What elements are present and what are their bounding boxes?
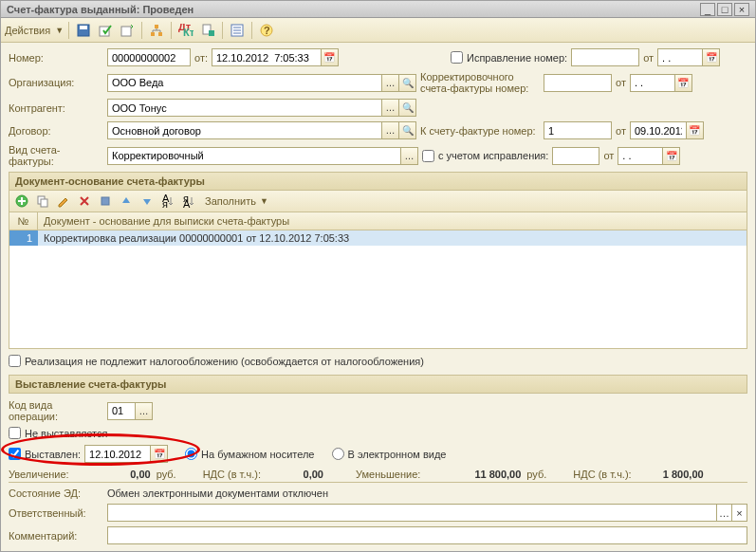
calendar-icon[interactable]: 📅: [703, 48, 720, 66]
svg-rect-5: [151, 32, 155, 36]
ed-state-text: Обмен электронными документами отключен: [107, 488, 328, 499]
dtkt-icon[interactable]: ДтКт: [176, 21, 195, 40]
to-sf-num-input[interactable]: [544, 121, 612, 139]
contractor-label: Контрагент:: [9, 102, 103, 114]
issued-date-input[interactable]: [84, 445, 151, 463]
ellipsis-icon[interactable]: …: [401, 147, 418, 165]
ed-state-label: Состояние ЭД:: [9, 488, 103, 499]
contract-input[interactable]: [107, 121, 382, 139]
search-icon[interactable]: 🔍: [399, 99, 416, 117]
window-title: Счет-фактура выданный: Проведен: [7, 4, 194, 15]
list-icon[interactable]: [228, 21, 247, 40]
svg-rect-4: [155, 25, 158, 28]
svg-rect-1: [80, 26, 87, 29]
svg-rect-3: [121, 27, 131, 36]
to-sf-date-input[interactable]: [630, 121, 687, 139]
section-basis-header: Документ-основание счета-фактуры: [9, 172, 747, 191]
corr-sf-date-input[interactable]: [630, 74, 675, 92]
ellipsis-icon[interactable]: …: [382, 121, 399, 139]
svg-rect-10: [209, 30, 214, 36]
op-code-label: Код вида операции:: [9, 399, 103, 422]
not-issued-checkbox[interactable]: [9, 427, 21, 439]
comment-input[interactable]: [107, 526, 747, 544]
titlebar: Счет-фактура выданный: Проведен _ □ ×: [1, 1, 755, 18]
col-doc[interactable]: Документ - основание для выписки счета-ф…: [38, 212, 747, 230]
org-label: Организация:: [9, 77, 103, 88]
structure-icon[interactable]: [147, 21, 166, 40]
ellipsis-icon[interactable]: …: [382, 99, 399, 117]
ellipsis-icon[interactable]: …: [136, 402, 153, 420]
from-label: от:: [194, 52, 208, 64]
responsible-input[interactable]: …×: [107, 504, 747, 522]
calendar-icon[interactable]: 📅: [322, 48, 339, 66]
calendar-icon[interactable]: 📅: [675, 74, 692, 92]
responsible-label: Ответственный:: [9, 507, 103, 519]
col-num[interactable]: №: [9, 212, 38, 230]
up-icon[interactable]: [118, 193, 135, 210]
basis-table: № Документ - основание для выписки счета…: [9, 212, 747, 349]
add-icon[interactable]: [13, 193, 30, 210]
date-input[interactable]: [212, 48, 322, 66]
calendar-icon[interactable]: 📅: [663, 147, 680, 165]
edit-icon[interactable]: [55, 193, 72, 210]
calendar-icon[interactable]: 📅: [687, 121, 704, 139]
repost-icon[interactable]: [118, 21, 137, 40]
down-icon[interactable]: [138, 193, 156, 210]
delete-icon[interactable]: [76, 193, 93, 210]
sf-type-input[interactable]: [107, 147, 401, 165]
table-row[interactable]: 1 Корректировка реализации 00000000001 о…: [9, 230, 747, 246]
table-toolbar: Aя яA Заполнить▼: [9, 191, 747, 212]
number-label: Номер:: [9, 52, 103, 64]
org-input[interactable]: [107, 74, 382, 92]
post-icon[interactable]: [96, 21, 115, 40]
number-input[interactable]: [107, 48, 191, 66]
comment-label: Комментарий:: [9, 530, 103, 542]
fill-menu[interactable]: Заполнить: [205, 195, 256, 207]
with-correction-checkbox[interactable]: [422, 150, 434, 162]
close-button[interactable]: ×: [734, 3, 749, 16]
paper-radio[interactable]: [185, 448, 197, 460]
search-icon[interactable]: 🔍: [399, 121, 416, 139]
search-icon[interactable]: 🔍: [399, 74, 416, 92]
actions-menu[interactable]: Действия: [5, 25, 50, 36]
electronic-radio[interactable]: [332, 448, 344, 460]
end-icon[interactable]: [97, 193, 114, 210]
sort-desc-icon[interactable]: яA: [180, 193, 197, 210]
op-code-input[interactable]: [107, 402, 136, 420]
copy-icon[interactable]: [34, 193, 51, 210]
svg-text:Кт: Кт: [183, 27, 194, 37]
main-toolbar: Действия▼ ДтКт ?: [1, 18, 755, 43]
svg-rect-20: [101, 197, 109, 205]
correction-num-input[interactable]: [571, 48, 639, 66]
save-icon[interactable]: [74, 21, 93, 40]
svg-text:я: я: [162, 198, 168, 208]
tax-exempt-checkbox[interactable]: [9, 355, 21, 367]
ellipsis-icon[interactable]: …: [382, 74, 399, 92]
sort-asc-icon[interactable]: Aя: [159, 193, 176, 210]
contractor-input[interactable]: [107, 99, 382, 117]
issued-checkbox[interactable]: [9, 448, 21, 460]
with-correction-num-input[interactable]: [552, 147, 599, 165]
correction-date-input[interactable]: [657, 48, 703, 66]
sf-type-label: Вид счета-фактуры:: [9, 144, 103, 167]
doc-green-icon[interactable]: [198, 21, 217, 40]
section-issue-header: Выставление счета-фактуры: [9, 375, 747, 394]
minimize-button[interactable]: _: [700, 3, 715, 16]
correction-checkbox[interactable]: [451, 51, 463, 64]
svg-text:A: A: [183, 198, 191, 208]
help-icon[interactable]: ?: [257, 21, 276, 40]
ellipsis-icon[interactable]: …: [716, 505, 731, 521]
issued-label: Выставлен:: [25, 449, 81, 460]
contract-label: Договор:: [9, 125, 103, 137]
with-correction-date-input[interactable]: [618, 147, 663, 165]
svg-rect-19: [41, 199, 47, 207]
calendar-icon[interactable]: 📅: [151, 445, 168, 463]
correction-label: Исправление номер:: [467, 52, 567, 64]
maximize-button[interactable]: □: [717, 3, 732, 16]
svg-text:?: ?: [264, 25, 270, 36]
corr-sf-num-input[interactable]: [544, 74, 612, 92]
clear-icon[interactable]: ×: [731, 505, 747, 521]
svg-rect-6: [158, 32, 162, 36]
